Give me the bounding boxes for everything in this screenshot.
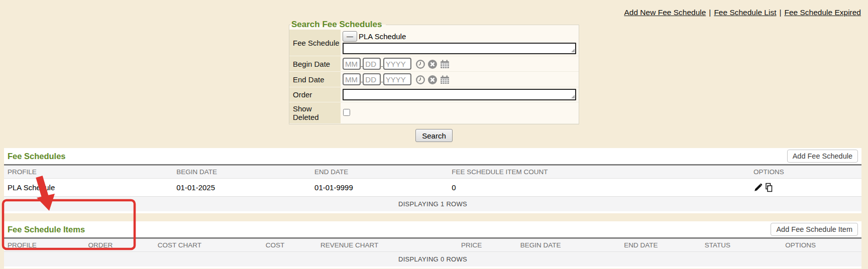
begin-date-row: Begin Date -- bbox=[289, 56, 579, 72]
search-fieldset: Search Fee Schedules Fee Schedule — PLA … bbox=[289, 20, 579, 124]
cell-profile: PLA Schedule bbox=[4, 179, 173, 197]
col-profile: PROFILE bbox=[4, 239, 84, 252]
col-end-date: END DATE bbox=[620, 239, 701, 252]
col-profile: PROFILE bbox=[4, 166, 173, 179]
link-fee-schedule-expired[interactable]: Fee Schedule Expired bbox=[784, 8, 861, 17]
date-dash: - bbox=[381, 62, 383, 70]
table-row: PLA Schedule 01-01-2025 01-01-9999 0 bbox=[4, 179, 861, 197]
fee-schedule-items-section: Fee Schedule Items Add Fee Schedule Item… bbox=[4, 221, 861, 268]
order-input[interactable] bbox=[343, 89, 576, 100]
fee-schedule-items-row-count: DISPLAYING 0 ROWS bbox=[4, 252, 861, 266]
add-fee-schedule-item-button[interactable]: Add Fee Schedule Item bbox=[771, 223, 858, 236]
date-dash: - bbox=[361, 78, 363, 85]
end-date-label: End Date bbox=[289, 72, 341, 87]
clear-icon[interactable] bbox=[427, 59, 438, 69]
fee-schedule-label: Fee Schedule bbox=[289, 30, 341, 56]
col-end-date: END DATE bbox=[311, 166, 448, 179]
clear-icon[interactable] bbox=[427, 75, 438, 85]
cell-item-count: 0 bbox=[448, 179, 750, 197]
end-date-dd-input[interactable] bbox=[363, 73, 381, 85]
cell-options bbox=[750, 179, 861, 197]
calendar-icon[interactable] bbox=[440, 59, 450, 69]
fee-schedule-row: Fee Schedule — PLA Schedule bbox=[289, 30, 579, 56]
show-deleted-checkbox[interactable] bbox=[343, 109, 350, 116]
col-begin-date: BEGIN DATE bbox=[517, 239, 621, 252]
col-item-count: FEE SCHEDULE ITEM COUNT bbox=[448, 166, 750, 179]
col-revenue-chart: REVENUE CHART bbox=[317, 239, 458, 252]
date-dash: - bbox=[361, 62, 363, 70]
search-form: Search Fee Schedules Fee Schedule — PLA … bbox=[289, 20, 579, 142]
calendar-icon[interactable] bbox=[440, 75, 450, 85]
end-date-row: End Date -- bbox=[289, 72, 579, 87]
col-price: PRICE bbox=[458, 239, 517, 252]
col-order: ORDER bbox=[84, 239, 154, 252]
order-row: Order bbox=[289, 87, 579, 102]
selected-fee-schedule-tag: PLA Schedule bbox=[359, 32, 406, 41]
link-separator: | bbox=[709, 8, 711, 17]
top-nav: Add New Fee Schedule|Fee Schedule List|F… bbox=[0, 0, 868, 17]
end-date-yyyy-input[interactable] bbox=[383, 73, 411, 85]
fee-schedules-title: Fee Schedules bbox=[8, 152, 66, 161]
begin-date-label: Begin Date bbox=[289, 56, 341, 72]
fee-schedule-input[interactable] bbox=[343, 43, 576, 54]
search-form-title: Search Fee Schedules bbox=[290, 20, 386, 30]
begin-date-yyyy-input[interactable] bbox=[383, 58, 411, 70]
link-fee-schedule-list[interactable]: Fee Schedule List bbox=[714, 8, 776, 17]
begin-date-mm-input[interactable] bbox=[343, 58, 361, 70]
fee-schedule-items-title: Fee Schedule Items bbox=[8, 225, 85, 234]
col-options: OPTIONS bbox=[782, 239, 861, 252]
add-fee-schedule-button[interactable]: Add Fee Schedule bbox=[787, 150, 858, 163]
order-label: Order bbox=[289, 87, 341, 102]
clock-icon[interactable] bbox=[415, 59, 425, 69]
col-options: OPTIONS bbox=[750, 166, 861, 179]
fee-schedule-items-header-row: PROFILE ORDER COST CHART COST REVENUE CH… bbox=[4, 239, 861, 252]
fee-schedules-row-count: DISPLAYING 1 ROWS bbox=[4, 197, 861, 211]
col-cost-chart: COST CHART bbox=[154, 239, 262, 252]
fee-schedules-header-row: PROFILE BEGIN DATE END DATE FEE SCHEDULE… bbox=[4, 166, 861, 179]
begin-date-dd-input[interactable] bbox=[363, 58, 381, 70]
fee-schedules-section: Fee Schedules Add Fee Schedule PROFILE B… bbox=[4, 148, 861, 213]
show-deleted-label: Show Deleted bbox=[289, 102, 341, 124]
date-dash: - bbox=[381, 78, 383, 85]
fee-schedules-table: PROFILE BEGIN DATE END DATE FEE SCHEDULE… bbox=[4, 166, 861, 197]
edit-pencil-icon[interactable] bbox=[753, 183, 763, 192]
link-add-new-fee-schedule[interactable]: Add New Fee Schedule bbox=[624, 8, 706, 17]
col-cost: COST bbox=[262, 239, 317, 252]
cell-begin-date: 01-01-2025 bbox=[173, 179, 311, 197]
cell-end-date: 01-01-9999 bbox=[311, 179, 448, 197]
end-date-mm-input[interactable] bbox=[343, 73, 361, 85]
copy-icon[interactable] bbox=[764, 183, 774, 192]
fee-schedule-items-table: PROFILE ORDER COST CHART COST REVENUE CH… bbox=[4, 239, 861, 252]
show-deleted-row: Show Deleted bbox=[289, 102, 579, 124]
col-status: STATUS bbox=[701, 239, 782, 252]
col-begin-date: BEGIN DATE bbox=[173, 166, 311, 179]
clock-icon[interactable] bbox=[415, 75, 425, 85]
search-button[interactable]: Search bbox=[415, 129, 453, 142]
remove-tag-button[interactable]: — bbox=[343, 31, 357, 42]
link-separator: | bbox=[779, 8, 781, 17]
